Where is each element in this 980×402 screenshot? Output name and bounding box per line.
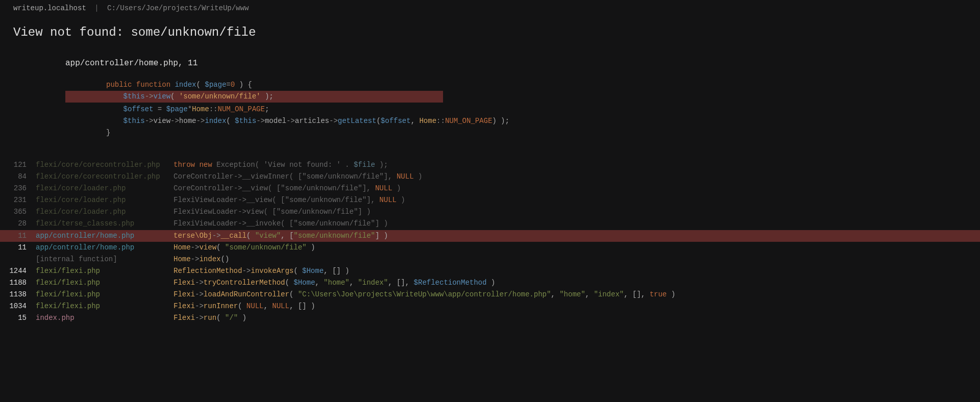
trace-file: flexi/flexi.php xyxy=(36,289,174,300)
source-file-label: app/controller/home.php, 11 xyxy=(65,59,980,68)
code-line: } xyxy=(65,127,443,139)
trace-call: Home->index() xyxy=(174,254,980,265)
trace-line-number: 1188 xyxy=(0,277,36,289)
trace-line-number: 15 xyxy=(0,312,36,324)
trace-row[interactable]: 1138flexi/flexi.phpFlexi->loadAndRunCont… xyxy=(0,289,980,300)
trace-call: terse\Obj->__call( "view", ["some/unknow… xyxy=(174,230,980,242)
header-separator: | xyxy=(94,4,99,12)
trace-file: flexi/flexi.php xyxy=(36,265,174,277)
trace-file: app/controller/home.php xyxy=(36,230,174,242)
trace-row[interactable]: 1034flexi/flexi.phpFlexi->runInner( NULL… xyxy=(0,300,980,312)
trace-line-number: 28 xyxy=(0,218,36,230)
header-path: C:/Users/Joe/projects/WriteUp/www xyxy=(107,4,249,12)
trace-file: index.php xyxy=(36,312,174,324)
trace-line-number: 84 xyxy=(0,171,36,183)
trace-call: Flexi->runInner( NULL, NULL, [] ) xyxy=(174,300,980,312)
trace-row[interactable]: 236flexi/core/loader.phpCoreController->… xyxy=(0,183,980,194)
trace-line-number: 236 xyxy=(0,183,36,194)
trace-call: Flexi->loadAndRunController( "C:\Users\J… xyxy=(174,289,980,300)
stack-trace: 121flexi/core/corecontroller.phpthrow ne… xyxy=(0,159,980,324)
trace-call: CoreController->__viewInner( ["some/unkn… xyxy=(174,171,980,183)
source-code: public function index( $page=0 ) { $this… xyxy=(65,79,443,139)
header-host: writeup.localhost xyxy=(13,4,86,12)
error-title: View not found: some/unknown/file xyxy=(0,16,980,44)
trace-file: app/controller/home.php xyxy=(36,242,174,254)
trace-call: Flexi->run( "/" ) xyxy=(174,312,980,324)
trace-call: throw new Exception( 'View not found: ' … xyxy=(174,159,980,171)
trace-file: flexi/core/loader.php xyxy=(36,183,174,194)
trace-file: flexi/flexi.php xyxy=(36,300,174,312)
trace-row[interactable]: 121flexi/core/corecontroller.phpthrow ne… xyxy=(0,159,980,171)
trace-row[interactable]: 11app/controller/home.phpterse\Obj->__ca… xyxy=(0,230,980,242)
trace-row[interactable]: 84flexi/core/corecontroller.phpCoreContr… xyxy=(0,171,980,183)
trace-call: FlexiViewLoader->__invoke( ["some/unknow… xyxy=(174,218,980,230)
trace-row[interactable]: 15index.phpFlexi->run( "/" ) xyxy=(0,312,980,324)
trace-call: Flexi->tryControllerMethod( $Home, "home… xyxy=(174,277,980,289)
code-line: $this->view->home->index( $this->model->… xyxy=(65,115,443,127)
source-block: app/controller/home.php, 11 public funct… xyxy=(65,59,980,139)
trace-file: flexi/flexi.php xyxy=(36,277,174,289)
trace-call: ReflectionMethod->invokeArgs( $Home, [] … xyxy=(174,265,980,277)
trace-file: flexi/terse_classes.php xyxy=(36,218,174,230)
trace-line-number: 11 xyxy=(0,230,36,242)
trace-line-number: 365 xyxy=(0,206,36,218)
trace-line-number: 1034 xyxy=(0,300,36,312)
trace-row[interactable]: 1244flexi/flexi.phpReflectionMethod->inv… xyxy=(0,265,980,277)
trace-row[interactable]: [internal function]Home->index() xyxy=(0,254,980,265)
trace-row[interactable]: 365flexi/core/loader.phpFlexiViewLoader-… xyxy=(0,206,980,218)
trace-line-number: 1138 xyxy=(0,289,36,300)
trace-call: FlexiViewLoader->view( ["some/unknown/fi… xyxy=(174,206,980,218)
trace-row[interactable]: 28flexi/terse_classes.phpFlexiViewLoader… xyxy=(0,218,980,230)
trace-line-number: 121 xyxy=(0,159,36,171)
trace-file: [internal function] xyxy=(36,254,174,265)
trace-file: flexi/core/loader.php xyxy=(36,206,174,218)
trace-call: CoreController->__view( ["some/unknown/f… xyxy=(174,183,980,194)
header-bar: writeup.localhost | C:/Users/Joe/project… xyxy=(0,0,980,16)
trace-row[interactable]: 11app/controller/home.phpHome->view( "so… xyxy=(0,242,980,254)
trace-row[interactable]: 1188flexi/flexi.phpFlexi->tryControllerM… xyxy=(0,277,980,289)
code-line: $offset = $page*Home::NUM_ON_PAGE; xyxy=(65,104,443,115)
trace-file: flexi/core/corecontroller.php xyxy=(36,171,174,183)
trace-line-number: 1244 xyxy=(0,265,36,277)
trace-file: flexi/core/corecontroller.php xyxy=(36,159,174,171)
trace-call: FlexiViewLoader->__view( ["some/unknown/… xyxy=(174,194,980,206)
trace-line-number: 231 xyxy=(0,194,36,206)
code-line-highlighted: $this->view( 'some/unknown/file' ); xyxy=(65,91,443,103)
trace-row[interactable]: 231flexi/core/loader.phpFlexiViewLoader-… xyxy=(0,194,980,206)
code-line: public function index( $page=0 ) { xyxy=(65,79,443,91)
trace-line-number: 11 xyxy=(0,242,36,254)
trace-file: flexi/core/loader.php xyxy=(36,194,174,206)
trace-call: Home->view( "some/unknown/file" ) xyxy=(174,242,980,254)
